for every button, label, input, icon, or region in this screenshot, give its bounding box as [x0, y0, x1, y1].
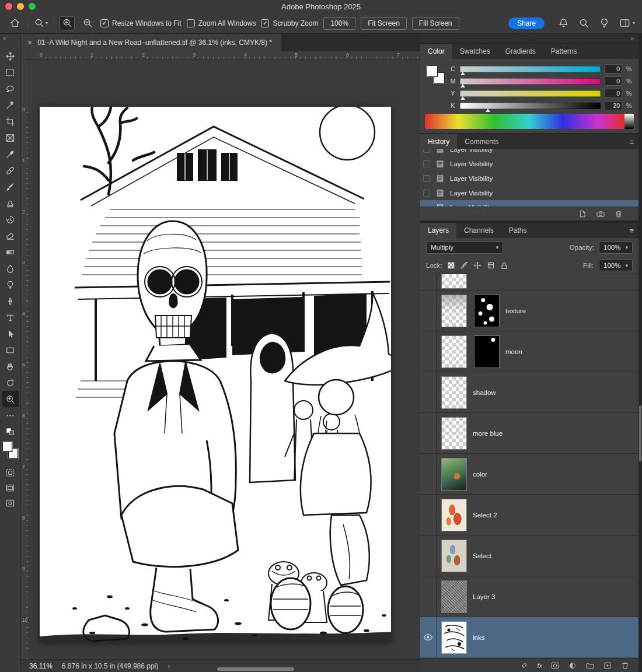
search-icon[interactable] [578, 18, 589, 29]
eyedropper-tool[interactable] [2, 146, 19, 162]
layer-name[interactable]: Layer 3 [473, 593, 495, 600]
slider-thumb[interactable] [460, 72, 465, 75]
layer-row-select-2[interactable]: Select 2 [420, 495, 638, 536]
visibility-well[interactable] [420, 372, 437, 412]
tab-color[interactable]: Color [420, 44, 452, 59]
spot-healing-brush-tool[interactable] [2, 162, 19, 178]
history-item[interactable]: Layer Visibility [420, 171, 638, 186]
slider-thumb[interactable] [486, 108, 490, 112]
layer-thumbnail[interactable] [442, 336, 466, 368]
canvas-pasteboard[interactable] [29, 60, 420, 659]
brush-tool[interactable] [2, 178, 19, 195]
gradient-tool[interactable] [2, 244, 19, 260]
visibility-well[interactable] [420, 290, 437, 331]
dodge-tool[interactable] [2, 276, 19, 293]
blend-mode-select[interactable]: Multiply ▾ [426, 242, 503, 254]
layer-row-layer-3[interactable]: Layer 3 [420, 576, 638, 617]
panel-layout-toggle[interactable]: ▾ [619, 18, 635, 29]
layer-row-shadow[interactable]: shadow [420, 372, 638, 413]
ruler-corner[interactable] [21, 51, 29, 60]
close-window-button[interactable] [5, 3, 12, 10]
layer-effects-fx-icon[interactable]: fx [537, 662, 542, 669]
lasso-tool[interactable] [2, 80, 19, 97]
lock-artboard-icon[interactable] [487, 261, 495, 270]
delete-trash-icon[interactable] [614, 209, 623, 219]
foreground-color-swatch[interactable] [427, 65, 438, 76]
layer-name[interactable]: shadow [473, 389, 496, 396]
new-group-folder-icon[interactable] [585, 661, 595, 670]
status-options-chevron[interactable]: › [168, 662, 170, 670]
collapse-toolbar-chevrons[interactable]: » [0, 34, 6, 42]
rectangle-tool[interactable] [2, 342, 19, 358]
notifications-bell-icon[interactable] [558, 18, 569, 29]
channel-value[interactable]: 0 [605, 89, 622, 98]
panel-color-swatches[interactable] [425, 64, 450, 98]
scrubby-zoom-checkbox[interactable]: ✓ Scrubby Zoom [261, 19, 318, 27]
cyan-slider[interactable] [460, 66, 601, 72]
canvas-artwork[interactable] [40, 107, 391, 642]
new-document-from-state-icon[interactable] [578, 209, 587, 219]
layer-mask-thumbnail[interactable] [474, 336, 499, 368]
channel-value[interactable]: 20 [605, 101, 622, 110]
foreground-background-swatches[interactable] [2, 441, 19, 461]
visibility-well[interactable] [420, 576, 437, 617]
clone-stamp-tool[interactable] [2, 195, 19, 211]
hand-tool[interactable] [2, 358, 19, 374]
fill-screen-button[interactable]: Fill Screen [412, 17, 459, 30]
layer-thumbnail[interactable] [442, 499, 466, 531]
document-tab[interactable]: × 01–A Wild Night and a New Road–unflatt… [21, 34, 281, 51]
quick-mask-icon[interactable] [5, 468, 15, 478]
lock-transparency-icon[interactable] [448, 262, 455, 269]
full-screen-icon[interactable] [5, 498, 15, 508]
panel-menu-icon[interactable]: ≡ [629, 226, 633, 235]
tab-layers[interactable]: Layers [420, 223, 456, 238]
visibility-well[interactable] [420, 536, 437, 576]
zoom-all-windows-checkbox[interactable]: Zoom All Windows [187, 19, 256, 27]
color-spectrum-ramp[interactable] [425, 114, 634, 129]
layer-thumbnail[interactable] [442, 459, 466, 490]
history-item-selected[interactable]: Layer Visibility [420, 200, 638, 206]
layer-name[interactable]: inks [473, 634, 484, 641]
layer-thumbnail[interactable] [442, 581, 466, 612]
frame-tool[interactable] [2, 130, 19, 146]
rectangular-marquee-tool[interactable] [2, 64, 19, 80]
tab-history[interactable]: History [420, 134, 457, 149]
layer-row-texture[interactable]: texture [420, 290, 638, 331]
new-layer-icon[interactable] [603, 661, 612, 670]
layer-thumbnail[interactable] [442, 377, 466, 408]
pen-tool[interactable] [2, 293, 19, 309]
vertical-ruler[interactable]: 0 1 2 3 4 5 6 7 8 9 10 [21, 60, 29, 659]
screen-mode-icon[interactable] [5, 483, 15, 493]
default-colors-icon[interactable] [6, 428, 15, 435]
close-tab-icon[interactable]: × [27, 38, 32, 47]
home-button[interactable] [7, 16, 22, 30]
layer-name[interactable]: moon [505, 348, 522, 355]
visibility-toggle[interactable] [420, 617, 437, 657]
new-snapshot-camera-icon[interactable] [596, 209, 605, 219]
history-source-well[interactable] [423, 149, 430, 153]
path-selection-tool[interactable] [2, 326, 19, 342]
blur-tool[interactable] [2, 260, 19, 276]
layer-row-moon[interactable]: moon [420, 331, 638, 372]
slider-thumb[interactable] [460, 84, 465, 88]
history-source-well[interactable] [423, 160, 430, 167]
history-item[interactable]: Layer Visibility [420, 186, 638, 200]
foreground-color-swatch[interactable] [2, 442, 12, 452]
channel-value[interactable]: 0 [605, 64, 622, 74]
type-tool[interactable] [2, 309, 19, 326]
share-button[interactable]: Share [508, 18, 545, 29]
tab-swatches[interactable]: Swatches [452, 44, 498, 59]
layer-thumbnail[interactable] [442, 540, 466, 572]
tab-comments[interactable]: Comments [457, 134, 506, 149]
tab-gradients[interactable]: Gradients [498, 44, 543, 59]
panel-menu-icon[interactable]: ≡ [629, 138, 633, 146]
fill-select[interactable]: 100% ▾ [599, 259, 633, 271]
history-source-well[interactable] [423, 204, 430, 207]
visibility-well[interactable] [420, 495, 437, 535]
adjustment-layer-icon[interactable] [568, 661, 577, 670]
layer-mask-thumbnail[interactable] [474, 295, 499, 327]
edit-toolbar-button[interactable] [2, 407, 19, 424]
status-zoom-field[interactable]: 36.11% [29, 662, 53, 670]
horizontal-scrollbar-thumb[interactable] [217, 667, 294, 671]
zoom-tool-preset[interactable]: ▾ [33, 16, 48, 30]
